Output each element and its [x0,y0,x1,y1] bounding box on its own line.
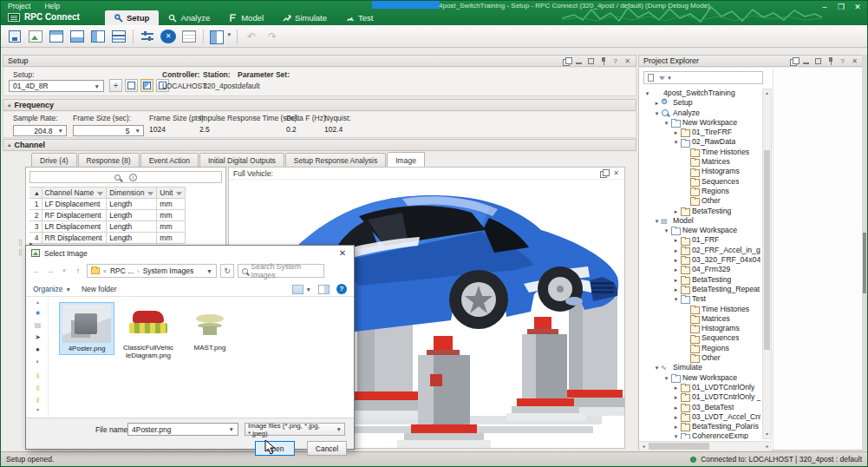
tree-item[interactable]: Matrices [641,157,760,167]
channel-name-header[interactable]: Channel Name [42,187,107,199]
tree-item[interactable]: Matrices [641,314,760,324]
frequency-section-header[interactable]: ▴ Frequency [3,99,636,111]
close-image-icon[interactable]: ✕ [612,169,620,177]
scrollbar-thumb[interactable] [649,443,709,450]
help-icon[interactable]: ? [336,284,347,294]
sample-rate-combobox[interactable]: 204.8▼ [13,125,67,136]
close-panel-icon[interactable]: ✕ [623,57,631,65]
tree-item[interactable]: ▾ New Workspace [641,373,760,383]
tree-item[interactable]: ▾ Test [641,294,760,304]
tree-item[interactable]: ▾ 4post_SwitchTraining [641,89,760,98]
dialog-search-box[interactable]: Search System Images [238,264,324,278]
project-filter-box[interactable]: ▼ [643,71,763,84]
toolbar-icon[interactable] [130,28,136,45]
toolbar-icon[interactable] [109,28,128,45]
places-sidebar[interactable]: ▴ ★ ▤ ➤ ● ◗ ▮ ▮ ▮ ▾ [26,297,49,418]
channel-search-box[interactable]: i [29,171,222,183]
tree-expander-icon[interactable]: ▸ [672,285,680,294]
tree-item[interactable]: ▸ 03_BetaTest [641,403,760,412]
drag-handle[interactable]: ⣿ [18,249,22,256]
address-bar[interactable]: « RPC ... › System Images ▼ [87,264,217,278]
breadcrumb-overflow[interactable]: « [103,268,107,274]
tree-item[interactable]: ▸ BetaTesting_Repeat [641,285,760,294]
tree-item[interactable]: ▾ New Workspace [641,226,760,235]
toolbar-icon[interactable] [234,28,240,45]
minimize-button[interactable]: – [820,3,829,11]
preview-pane-icon[interactable] [318,285,330,294]
tree-expander-icon[interactable]: ▸ [672,403,680,412]
tree-expander-icon[interactable]: ▸ [672,207,680,216]
scroll-down-icon[interactable]: ▾ [34,406,42,414]
tree-item[interactable]: ▸ 01_FRF [641,235,760,245]
float-panel-icon[interactable] [790,57,798,65]
tree-item[interactable]: ▸ 01_TireFRF [641,128,760,137]
tree-expander-icon[interactable]: ▾ [653,109,661,118]
toolbar-icon[interactable] [159,28,178,45]
tree-item[interactable]: Regions [641,344,760,353]
tree-item[interactable]: ▸ BetaTesting_Polaris [641,422,760,431]
table-row[interactable]: 1 LF Displacement Length mm [29,199,186,210]
dialog-close-icon[interactable]: ✕ [336,248,349,258]
tree-item[interactable]: Sequences [641,333,760,343]
tree-expander-icon[interactable]: ▸ [672,246,680,255]
breadcrumb-segment[interactable]: RPC ... [110,266,134,275]
float-image-icon[interactable] [600,169,608,177]
maximize-panel-icon[interactable] [814,57,822,65]
tab-simulate[interactable]: Simulate [273,10,336,25]
tree-item[interactable]: ▸ BetaTesting [641,207,760,216]
tree-item[interactable]: ▾ CoherenceExmp [641,431,760,439]
pin-panel-icon[interactable] [826,57,834,65]
tree-item[interactable]: ▸ Setup [641,98,760,108]
organize-menu[interactable]: Organize▼ [33,285,71,293]
toolbar-icon[interactable] [179,28,199,45]
tree-expander-icon[interactable]: ▾ [653,363,661,372]
add-setup-button[interactable]: + [109,79,122,92]
tree-expander-icon[interactable]: ▾ [662,226,670,235]
tree-vertical-scrollbar[interactable]: ▴ ▾ [762,89,772,439]
file-type-dropdown[interactable]: Image files (*.png, *.jpg, *.jpeg) ▼ [245,423,345,436]
forward-icon[interactable]: → [45,266,55,275]
menu-project[interactable]: Project [8,2,30,10]
pin-panel-icon[interactable] [599,57,607,65]
tree-item[interactable]: Regions [641,187,760,196]
help-panel-icon[interactable]: ? [839,57,846,65]
tree-expander-icon[interactable]: ▾ [662,118,670,128]
tree-item[interactable]: ▸ 03_320_FRF_04x04 [641,255,760,265]
views-button[interactable]: ▼ [292,285,311,294]
tab-model[interactable]: Model [219,10,273,25]
table-row[interactable]: 3 LR Displacement Length mm [29,221,186,233]
unit-header[interactable]: Unit [157,187,186,199]
toolbar-icon[interactable] [200,28,206,45]
scrollbar-thumb[interactable] [863,233,866,293]
tree-item[interactable]: Sequences [641,177,760,187]
close-button[interactable]: ✕ [853,3,862,11]
setup-combobox[interactable]: 01_4D_8R▼ [9,80,104,92]
tree-item[interactable]: Time Histories [641,148,760,157]
toolbar-icon[interactable] [5,28,24,45]
restore-button[interactable]: ❐ [837,3,845,11]
file-item[interactable]: 4Poster.png [59,302,114,355]
tree-item[interactable]: ▾ Analyze [641,109,760,118]
tree-item[interactable]: Other [641,353,760,363]
info-icon[interactable]: i [129,174,137,181]
tree-expander-icon[interactable]: ▸ [672,275,680,285]
tree-item[interactable]: ▸ 01_LVDTCntrlOnly _T [641,392,760,402]
tree-item[interactable]: ▾ 02_RawData [641,137,760,147]
tree-item[interactable]: ▸ 02_FRF_Accel_in_g [641,246,760,255]
scroll-up-icon[interactable]: ▴ [34,299,42,306]
scrollbar-thumb[interactable] [764,150,770,350]
tree-item[interactable]: Time Histories [641,305,760,314]
dimension-header[interactable]: Dimension [107,187,157,199]
tree-expander-icon[interactable]: ▸ [672,383,680,392]
tab-setup[interactable]: Setup [105,10,159,25]
tree-item[interactable]: ▾ Model [641,216,760,226]
tree-item[interactable]: Histograms [641,167,760,176]
back-icon[interactable]: ← [31,266,42,275]
maximize-panel-icon[interactable] [587,57,595,65]
minimize-panel-icon[interactable] [575,57,583,65]
tree-item[interactable]: Histograms [641,324,760,333]
tree-item[interactable]: ▸ 04_Frm329 [641,265,760,274]
file-item[interactable]: ClassicFullVehicleDiagram.png [121,302,176,361]
up-icon[interactable]: ↑ [73,266,83,275]
cancel-button[interactable]: Cancel [307,441,347,456]
